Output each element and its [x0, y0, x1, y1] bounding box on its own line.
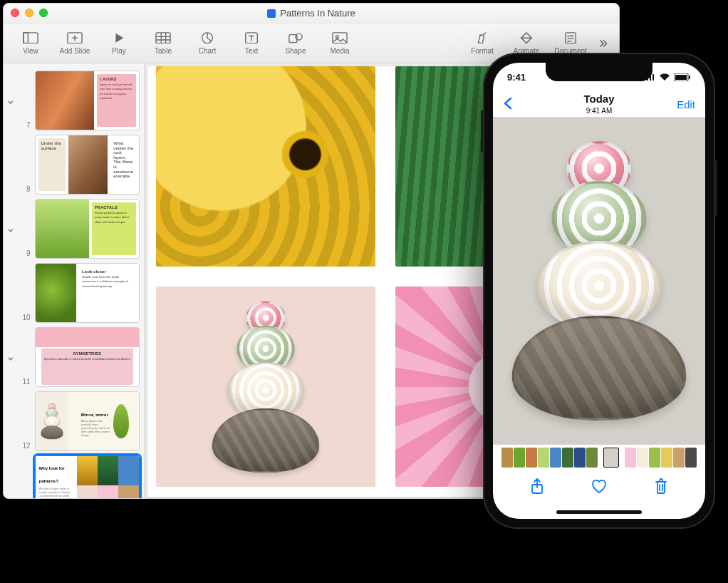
slide-thumbnail-9[interactable]: FRACTALSFractal patterns repeat at every…	[35, 199, 140, 259]
add-slide-icon	[67, 31, 83, 44]
nav-subtitle: 9:41 AM	[586, 107, 613, 115]
slide-navigator[interactable]: 7 LAYERSlayers on rock are formed over t…	[4, 63, 145, 498]
svg-rect-17	[689, 76, 690, 79]
slide-thumbnail-12[interactable]: Mirror, mirrorMany plants and animals sh…	[35, 391, 140, 451]
slide-thumbnail-10[interactable]: Look closerSmaller level looks like whol…	[35, 263, 140, 323]
home-indicator[interactable]	[493, 505, 705, 519]
toolbar-add-slide[interactable]: Add Slide	[56, 26, 93, 61]
toolbar-media-label: Media	[330, 47, 349, 55]
slide-image-honeycomb[interactable]	[156, 66, 375, 267]
toolbar-chart[interactable]: Chart	[189, 26, 226, 61]
document-title-text: Patterns In Nature	[280, 8, 355, 19]
shape-icon	[288, 31, 303, 44]
nav-title-text: Today	[583, 93, 614, 105]
slide-thumbnail-8[interactable]: Under the surface What makes the rock la…	[35, 135, 140, 195]
toolbar-shape-label: Shape	[286, 47, 306, 55]
iphone-screen: 9:41 Today 9:41 AM Edit	[493, 63, 705, 519]
photos-nav-bar: Today 9:41 AM Edit	[493, 91, 705, 117]
toolbar-view-label: View	[23, 47, 38, 55]
share-button[interactable]	[524, 478, 550, 497]
toolbar-format[interactable]: Format	[464, 26, 501, 61]
disclosure-chevron-icon[interactable]	[6, 353, 15, 361]
toolbar-format-label: Format	[471, 47, 494, 55]
slide-number: 12	[21, 442, 31, 450]
photos-toolbar	[493, 470, 705, 505]
slide-number: 11	[21, 378, 31, 386]
toolbar-add-slide-label: Add Slide	[60, 47, 90, 55]
svg-rect-14	[652, 74, 654, 81]
document-icon	[563, 31, 578, 44]
toolbar-text-label: Text	[245, 47, 258, 55]
battery-icon	[674, 73, 691, 81]
window-zoom-button[interactable]	[39, 9, 48, 17]
iphone-device: 9:41 Today 9:41 AM Edit	[483, 53, 715, 529]
slide-thumbnail-13-selected[interactable]: Why look for patterns? We see a larger o…	[35, 455, 140, 498]
toolbar-text[interactable]: Text	[233, 26, 270, 61]
chart-icon	[199, 31, 215, 44]
view-icon	[23, 31, 38, 44]
svg-rect-3	[156, 33, 170, 43]
wifi-icon	[659, 73, 670, 81]
svg-rect-16	[675, 75, 687, 80]
toolbar-play[interactable]: Play	[100, 26, 137, 61]
play-icon	[111, 31, 127, 44]
document-title: Patterns In Nature	[267, 8, 355, 19]
status-time: 9:41	[507, 72, 526, 83]
slide-number: 7	[21, 121, 31, 129]
toolbar-table[interactable]: Table	[145, 26, 182, 61]
favorite-button[interactable]	[586, 478, 612, 497]
slide-image-shell-stack[interactable]	[156, 287, 375, 487]
toolbar-chart-label: Chart	[199, 47, 216, 55]
text-icon	[244, 31, 259, 44]
svg-rect-1	[24, 33, 28, 43]
toolbar-view[interactable]: View	[12, 26, 49, 61]
slide-thumbnail-7[interactable]: LAYERSlayers on rock are formed over tim…	[35, 71, 140, 130]
photo-viewer[interactable]	[493, 117, 705, 445]
keynote-doc-icon	[267, 9, 276, 18]
svg-rect-8	[333, 33, 347, 43]
shell-stack-illustration	[212, 301, 320, 473]
media-icon	[332, 31, 348, 44]
back-button[interactable]	[503, 97, 529, 112]
window-titlebar[interactable]: Patterns In Nature	[4, 4, 619, 24]
nav-title: Today 9:41 AM	[583, 93, 614, 115]
window-minimize-button[interactable]	[25, 9, 33, 17]
table-icon	[155, 31, 171, 44]
slide-number: 10	[21, 314, 31, 321]
photo-scrubber[interactable]	[493, 445, 705, 470]
window-close-button[interactable]	[11, 9, 19, 17]
traffic-lights	[11, 9, 48, 17]
svg-rect-0	[24, 33, 38, 43]
slide-number: 8	[21, 185, 31, 193]
photo-shell-stack	[512, 141, 687, 421]
iphone-notch	[546, 63, 652, 81]
trash-button[interactable]	[648, 478, 674, 497]
toolbar-play-label: Play	[112, 47, 125, 55]
disclosure-chevron-icon[interactable]	[6, 225, 15, 233]
format-icon	[474, 31, 490, 44]
animate-icon	[519, 31, 534, 44]
slide-number: 9	[21, 249, 31, 257]
disclosure-chevron-icon[interactable]	[6, 96, 15, 105]
toolbar-media[interactable]: Media	[321, 26, 358, 61]
edit-button[interactable]: Edit	[670, 98, 695, 110]
toolbar-table-label: Table	[155, 47, 172, 55]
toolbar-shape[interactable]: Shape	[277, 26, 314, 61]
svg-point-9	[336, 35, 339, 38]
slide-thumbnail-11[interactable]: SYMMETRIESSymmetry abounds in nature but…	[35, 327, 140, 387]
